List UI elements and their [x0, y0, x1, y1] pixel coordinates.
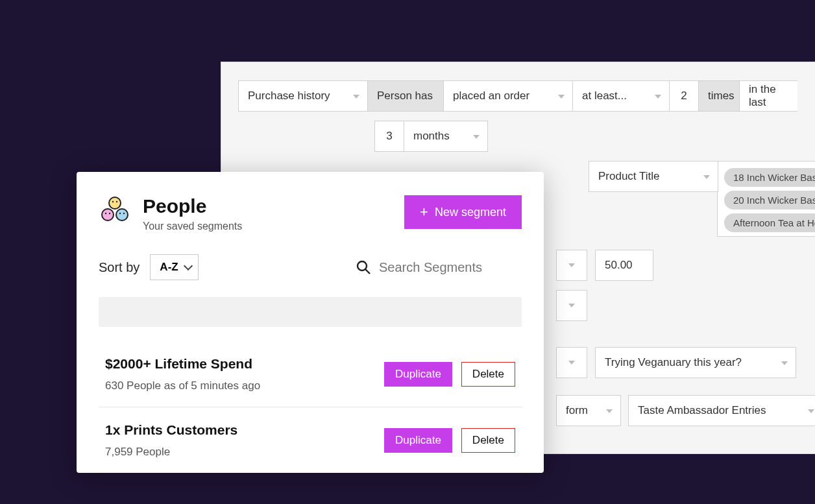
delete-button[interactable]: Delete [461, 362, 515, 387]
field-placed-order[interactable]: placed an order [443, 80, 573, 112]
svg-point-4 [116, 201, 117, 202]
duplicate-button[interactable]: Duplicate [384, 362, 452, 387]
search-input[interactable] [379, 260, 522, 275]
rule-row-5: Trying Veganuary this year? [556, 347, 815, 378]
new-segment-button[interactable]: + New segment [404, 195, 522, 229]
segment-meta: 630 People as of 5 minutes ago [105, 379, 260, 392]
people-panel: People Your saved segments + New segment… [77, 172, 544, 473]
people-icon [99, 195, 131, 228]
field-taste-entries[interactable]: Taste Ambassador Entries [628, 395, 815, 426]
segment-row[interactable]: 1x Prints Customers 7,959 People Duplica… [99, 407, 522, 473]
page-title: People [143, 195, 242, 217]
segment-row[interactable]: $2000+ Lifetime Spend 630 People as of 5… [99, 341, 522, 407]
tag-pill[interactable]: 20 Inch Wicker Baske [724, 191, 815, 210]
sort-label: Sort by [99, 260, 140, 275]
field-at-least[interactable]: at least... [572, 80, 670, 112]
rule-row-6: form Taste Ambassador Entries [556, 395, 815, 426]
svg-point-1 [102, 209, 114, 221]
dropdown-icon[interactable] [556, 347, 587, 378]
list-header-placeholder [99, 297, 522, 327]
rule-row-2: 3 months [374, 121, 815, 152]
search-icon [356, 259, 371, 275]
field-veganuary[interactable]: Trying Veganuary this year? [595, 347, 796, 378]
field-product-title[interactable]: Product Title [589, 161, 718, 192]
sort-select[interactable]: A-Z [150, 254, 198, 280]
svg-point-5 [105, 213, 106, 214]
field-months[interactable]: months [404, 121, 488, 152]
tag-pill[interactable]: 18 Inch Wicker Baske [724, 168, 815, 187]
delete-button[interactable]: Delete [461, 428, 515, 453]
label-person-has: Person has [367, 80, 444, 112]
svg-point-9 [358, 261, 367, 270]
dropdown-icon[interactable] [556, 250, 587, 281]
rule-row-1: Purchase history Person has placed an or… [238, 80, 815, 112]
rule-row-4b [556, 290, 815, 321]
page-subtitle: Your saved segments [143, 221, 242, 232]
people-header: People Your saved segments + New segment [99, 195, 522, 232]
tag-pill[interactable]: Afternoon Tea at Ho. [724, 213, 815, 232]
plus-icon: + [420, 205, 428, 219]
svg-point-6 [109, 213, 110, 214]
field-purchase-history[interactable]: Purchase history [238, 80, 368, 112]
field-amount[interactable]: 50.00 [595, 250, 653, 281]
segment-name: 1x Prints Customers [105, 422, 237, 438]
svg-point-0 [109, 197, 121, 209]
field-count-3[interactable]: 3 [374, 121, 404, 152]
product-tags: 18 Inch Wicker Baske 20 Inch Wicker Bask… [717, 161, 815, 237]
field-count-2[interactable]: 2 [669, 80, 699, 112]
segment-meta: 7,959 People [105, 446, 237, 459]
rule-row-3: Product Title 18 Inch Wicker Baske 20 In… [589, 161, 815, 237]
label-times: times [698, 80, 740, 112]
toolbar: Sort by A-Z [99, 254, 522, 280]
rule-row-4: 50.00 [556, 250, 815, 281]
dropdown-icon[interactable] [556, 290, 587, 321]
segment-name: $2000+ Lifetime Spend [105, 356, 260, 372]
duplicate-button[interactable]: Duplicate [384, 428, 452, 453]
label-in-the-last: in the last [739, 80, 797, 112]
new-segment-label: New segment [435, 206, 506, 219]
field-form[interactable]: form [556, 395, 621, 426]
svg-line-10 [365, 269, 370, 274]
svg-point-3 [112, 201, 114, 202]
svg-point-7 [119, 213, 121, 214]
svg-point-2 [116, 209, 128, 221]
svg-point-8 [123, 213, 125, 214]
